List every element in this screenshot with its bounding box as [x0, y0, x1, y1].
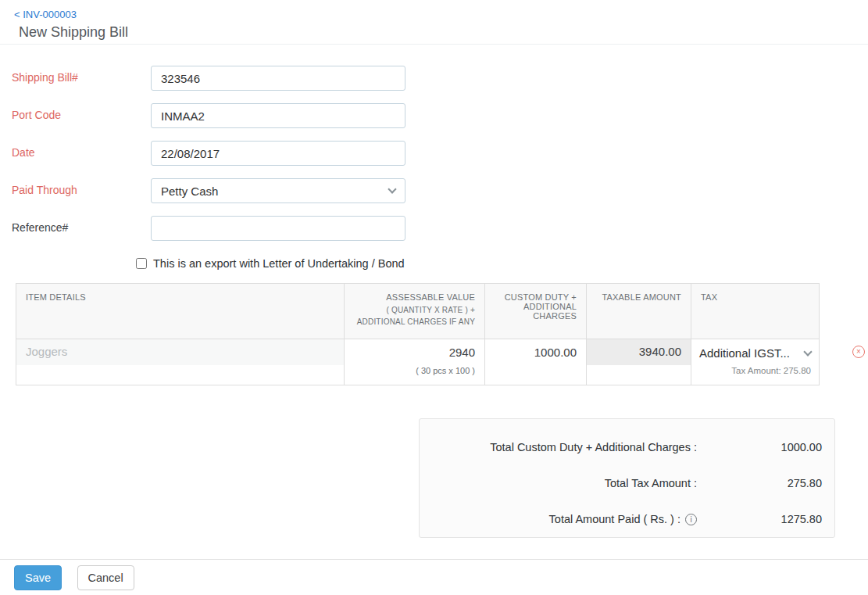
summary-custom-duty-label: Total Custom Duty + Additional Charges :	[490, 441, 697, 453]
export-lut-checkbox-row: This is an export with Letter of Underta…	[136, 257, 405, 270]
col-header-tax: TAX	[691, 284, 819, 339]
cancel-button[interactable]: Cancel	[77, 565, 134, 590]
port-code-input[interactable]	[151, 103, 405, 128]
port-code-label: Port Code	[12, 103, 151, 128]
assessable-breakdown: ( 30 pcs x 100 )	[345, 359, 484, 375]
col-header-assessable-main: ASSESSABLE VALUE	[386, 292, 475, 302]
footer-bar: Save Cancel	[0, 559, 868, 595]
chevron-down-icon	[388, 185, 396, 193]
summary-row-tax-amount: Total Tax Amount : 275.80	[432, 465, 822, 501]
new-shipping-bill-page: < INV-000003 New Shipping Bill Shipping …	[0, 0, 868, 595]
custom-duty-input[interactable]: 1000.00	[485, 339, 586, 359]
taxable-amount: 3940.00	[587, 339, 691, 365]
item-details-cell: Joggers	[16, 339, 344, 385]
summary-box: Total Custom Duty + Additional Charges :…	[419, 418, 835, 538]
tax-select[interactable]: Additional IGST...	[691, 339, 819, 360]
table-header-row: ITEM DETAILS ASSESSABLE VALUE ( QUANTITY…	[16, 284, 819, 339]
col-header-item-details: ITEM DETAILS	[16, 284, 344, 339]
tax-amount-text: Tax Amount: 275.80	[691, 360, 819, 375]
col-header-assessable-value: ASSESSABLE VALUE ( QUANTITY X RATE ) + A…	[344, 284, 484, 339]
export-lut-checkbox-label: This is an export with Letter of Underta…	[153, 257, 405, 270]
summary-tax-amount-value: 275.80	[697, 477, 822, 489]
shipping-bill-input[interactable]	[151, 66, 405, 91]
summary-tax-amount-label: Total Tax Amount :	[605, 477, 697, 489]
summary-total-paid-label: Total Amount Paid ( Rs. ) :	[549, 513, 680, 525]
date-label: Date	[12, 141, 151, 166]
info-icon[interactable]: i	[685, 514, 697, 525]
paid-through-label: Paid Through	[12, 178, 151, 203]
form-row-paid-through: Paid Through Petty Cash	[12, 178, 405, 203]
form-row-port-code: Port Code	[12, 103, 405, 128]
shipping-bill-label: Shipping Bill#	[12, 66, 151, 91]
reference-input[interactable]	[151, 216, 405, 241]
summary-custom-duty-value: 1000.00	[697, 441, 822, 453]
taxable-amount-cell: 3940.00	[586, 339, 691, 385]
assessable-value: 2940	[345, 339, 484, 359]
form-row-shipping-bill: Shipping Bill#	[12, 66, 405, 91]
summary-total-paid-value: 1275.80	[697, 513, 822, 525]
custom-duty-cell: 1000.00	[484, 339, 586, 385]
tax-select-value: Additional IGST...	[699, 346, 790, 360]
summary-row-custom-duty: Total Custom Duty + Additional Charges :…	[432, 429, 822, 465]
save-button[interactable]: Save	[14, 565, 62, 590]
col-header-custom-duty: CUSTOM DUTY + ADDITIONAL CHARGES	[484, 284, 586, 339]
assessable-value-cell: 2940 ( 30 pcs x 100 )	[344, 339, 484, 385]
line-items-table: ITEM DETAILS ASSESSABLE VALUE ( QUANTITY…	[16, 283, 820, 385]
page-title: New Shipping Bill	[19, 24, 868, 41]
paid-through-value: Petty Cash	[161, 185, 218, 198]
date-input[interactable]	[151, 141, 405, 166]
item-name-input[interactable]: Joggers	[16, 339, 344, 365]
tax-cell: Additional IGST... Tax Amount: 275.80	[691, 339, 819, 385]
paid-through-select[interactable]: Petty Cash	[151, 178, 405, 203]
page-header: < INV-000003 New Shipping Bill	[0, 0, 868, 45]
col-header-taxable-amount: TAXABLE AMOUNT	[586, 284, 691, 339]
reference-label: Reference#	[12, 216, 151, 241]
export-lut-checkbox[interactable]	[136, 258, 147, 269]
col-header-assessable-sub: ( QUANTITY X RATE ) + ADDITIONAL CHARGES…	[354, 305, 475, 328]
summary-row-total-paid: Total Amount Paid ( Rs. ) : i 1275.80	[432, 501, 822, 537]
form-row-reference: Reference#	[12, 216, 405, 241]
delete-row-icon[interactable]: ×	[852, 346, 865, 358]
table-row: Joggers 2940 ( 30 pcs x 100 ) 1000.00 39…	[16, 339, 819, 385]
back-link-invoice[interactable]: < INV-000003	[14, 9, 77, 20]
form-row-date: Date	[12, 141, 405, 166]
chevron-down-icon	[803, 347, 812, 356]
shipping-bill-form: Shipping Bill# Port Code Date Paid Throu…	[12, 66, 405, 253]
